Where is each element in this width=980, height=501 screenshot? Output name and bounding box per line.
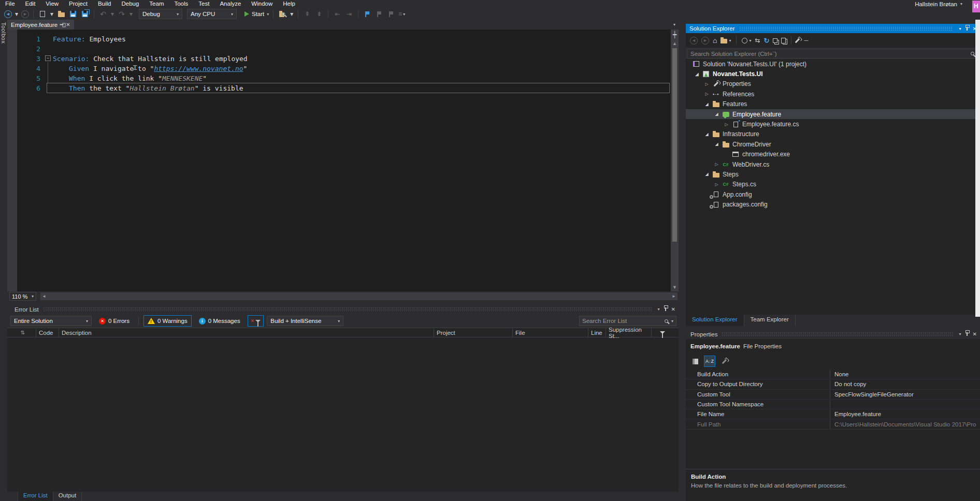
property-row[interactable]: File Name Employee.feature bbox=[686, 409, 980, 419]
menu-view[interactable]: View bbox=[40, 0, 64, 8]
close-icon[interactable]: ✕ bbox=[671, 306, 675, 312]
tree-item-features-folder[interactable]: ◢ Features bbox=[686, 99, 980, 109]
document-list-dropdown[interactable]: ▾ bbox=[673, 22, 675, 27]
code-editor[interactable]: 1 2 3 4 5 6 Feature: Employees − Scenari… bbox=[7, 30, 679, 291]
solution-explorer-title-bar[interactable]: Solution Explorer ▾ ✕ bbox=[686, 24, 980, 33]
switch-views-button[interactable]: ▾ bbox=[720, 37, 731, 43]
undo-dropdown[interactable]: ▾ bbox=[110, 9, 114, 19]
next-bookmark-button[interactable] bbox=[386, 9, 396, 19]
previous-bookmark-button[interactable] bbox=[374, 9, 384, 19]
window-position-dropdown[interactable]: ▾ bbox=[959, 26, 961, 31]
redo-button[interactable]: ↷ bbox=[117, 9, 126, 19]
error-list-title-bar[interactable]: Error List ▾ ✕ bbox=[7, 304, 679, 314]
properties-title-bar[interactable]: Properties ▾ ✕ bbox=[686, 329, 980, 339]
signed-in-user[interactable]: Hallstein Brøtan ▾ bbox=[915, 0, 962, 8]
home-icon[interactable]: ⌂ bbox=[713, 36, 717, 45]
menu-window[interactable]: Window bbox=[246, 0, 278, 8]
scroll-down-arrow[interactable]: ▼ bbox=[671, 285, 679, 290]
tree-item-webdriver-cs[interactable]: ▷ C# WebDriver.cs bbox=[686, 159, 980, 169]
refresh-icon[interactable]: ↻ bbox=[764, 37, 770, 45]
properties-button[interactable] bbox=[795, 38, 800, 43]
tree-item-steps-cs[interactable]: ▷ C# Steps.cs bbox=[686, 180, 980, 189]
document-tab-employee-feature[interactable]: Employee.feature ✕ bbox=[7, 20, 74, 30]
property-row[interactable]: Copy to Output Directory Do not copy bbox=[686, 379, 980, 389]
toolbox-tab[interactable]: Toolbox bbox=[1, 22, 7, 43]
expander-collapsed-icon[interactable]: ▷ bbox=[712, 182, 722, 187]
preview-selected-items-button[interactable] bbox=[781, 38, 786, 43]
attach-to-process-button[interactable] bbox=[278, 9, 287, 19]
navigate-backward-dropdown[interactable]: ▾ bbox=[15, 9, 19, 19]
line-column-header[interactable]: Line bbox=[588, 328, 606, 337]
solution-explorer-search-input[interactable]: Search Solution Explorer (Ctrl+¨) bbox=[687, 49, 978, 58]
close-icon[interactable]: ✕ bbox=[66, 22, 70, 27]
close-icon[interactable]: ✕ bbox=[973, 331, 977, 337]
code-column-header[interactable]: Code bbox=[36, 328, 59, 337]
collapse-region-toggle[interactable]: − bbox=[45, 55, 51, 61]
editor-horizontal-scrollbar[interactable]: ◄ ► bbox=[40, 292, 678, 300]
property-value[interactable]: Employee.feature bbox=[830, 411, 980, 417]
errors-filter-button[interactable]: ✕ 0 Errors bbox=[95, 315, 134, 327]
property-row[interactable]: Build Action None bbox=[686, 370, 980, 379]
attach-dropdown[interactable]: ▾ bbox=[290, 9, 294, 19]
expander-collapsed-icon[interactable]: ▷ bbox=[712, 162, 722, 167]
error-scope-combo[interactable]: Entire Solution ▾ bbox=[10, 316, 92, 326]
toggle-bookmark-button[interactable] bbox=[363, 9, 372, 19]
categorized-view-button[interactable] bbox=[689, 356, 701, 367]
expander-expanded-icon[interactable]: ◢ bbox=[702, 132, 712, 137]
error-list-search-input[interactable]: Search Error List ▾ bbox=[579, 316, 676, 326]
severity-column-header[interactable]: ⇅ bbox=[7, 328, 36, 337]
property-value[interactable]: None bbox=[830, 371, 980, 377]
sync-with-active-document-button[interactable]: ⇆ bbox=[755, 37, 760, 44]
new-project-button[interactable] bbox=[38, 9, 47, 19]
scrollbar-thumb[interactable] bbox=[672, 48, 677, 242]
tree-item-solution[interactable]: Solution 'Novanet.Tests.UI' (1 project) bbox=[686, 59, 980, 69]
scroll-up-arrow[interactable]: ▲ bbox=[671, 41, 679, 46]
window-position-dropdown[interactable]: ▾ bbox=[959, 332, 961, 336]
split-editor-handle[interactable]: ┿ bbox=[671, 31, 679, 38]
expander-expanded-icon[interactable]: ◢ bbox=[702, 172, 712, 176]
menu-analyze[interactable]: Analyze bbox=[214, 0, 246, 8]
menu-tools[interactable]: Tools bbox=[169, 0, 193, 8]
redo-dropdown[interactable]: ▾ bbox=[129, 9, 133, 19]
pin-icon[interactable] bbox=[665, 307, 666, 311]
tab-output[interactable]: Output bbox=[53, 492, 82, 501]
file-column-header[interactable]: File bbox=[513, 328, 588, 337]
window-position-dropdown[interactable]: ▾ bbox=[658, 307, 660, 312]
right-edge-scrollbar-strip[interactable] bbox=[975, 20, 980, 317]
tree-item-properties[interactable]: ▷ Properties bbox=[686, 79, 980, 89]
solution-platforms-combo[interactable]: Any CPU ▾ bbox=[187, 9, 237, 19]
navigate-down-button[interactable]: ⇟ bbox=[314, 9, 324, 19]
scroll-left-arrow[interactable]: ◄ bbox=[42, 294, 46, 299]
editor-zoom-control[interactable]: 110 % ▾ bbox=[9, 292, 36, 301]
menu-team[interactable]: Team bbox=[144, 0, 169, 8]
property-pages-button[interactable] bbox=[718, 356, 730, 367]
property-value[interactable]: SpecFlowSingleFileGenerator bbox=[830, 391, 980, 397]
forward-button[interactable]: ► bbox=[701, 37, 709, 45]
suppression-state-column-header[interactable]: Suppression St... bbox=[606, 328, 652, 337]
property-row[interactable]: Full Path C:\Users\Hallstein\Documents\V… bbox=[686, 419, 980, 429]
solution-configurations-combo[interactable]: Debug ▾ bbox=[139, 9, 182, 19]
toolbar-overflow-button[interactable]: ≡▾ bbox=[398, 9, 405, 19]
tree-item-app-config[interactable]: App.config bbox=[686, 189, 980, 199]
tree-item-employee-feature[interactable]: ◢ Employee.feature bbox=[686, 109, 980, 119]
navigate-backward-button[interactable]: ◄ bbox=[4, 10, 12, 18]
menu-test[interactable]: Test bbox=[193, 0, 214, 8]
open-file-button[interactable] bbox=[56, 9, 66, 19]
pending-changes-filter-button[interactable]: ▾ bbox=[742, 38, 751, 43]
editor-vertical-scrollbar[interactable]: ┿ ▲ ▼ bbox=[671, 30, 679, 291]
menu-help[interactable]: Help bbox=[278, 0, 300, 8]
pin-icon[interactable] bbox=[60, 24, 64, 25]
menu-edit[interactable]: Edit bbox=[20, 0, 41, 8]
tree-item-chromedriver-exe[interactable]: chromedriver.exe bbox=[686, 150, 980, 159]
warnings-filter-button[interactable]: ! 0 Warnings bbox=[143, 315, 192, 327]
project-column-header[interactable]: Project bbox=[434, 328, 513, 337]
code-hyperlink[interactable]: https://www.novanet.no bbox=[154, 65, 243, 72]
tree-item-references[interactable]: ▷ ▪-▪ References bbox=[686, 89, 980, 99]
save-all-button[interactable] bbox=[80, 9, 90, 19]
pin-icon[interactable] bbox=[967, 27, 968, 31]
expander-expanded-icon[interactable]: ◢ bbox=[692, 72, 702, 77]
menu-project[interactable]: Project bbox=[64, 0, 93, 8]
tree-item-project[interactable]: ◢ Novanet.Tests.UI bbox=[686, 69, 980, 79]
undo-button[interactable]: ↶ bbox=[98, 9, 108, 19]
column-filter-button[interactable] bbox=[652, 328, 670, 337]
